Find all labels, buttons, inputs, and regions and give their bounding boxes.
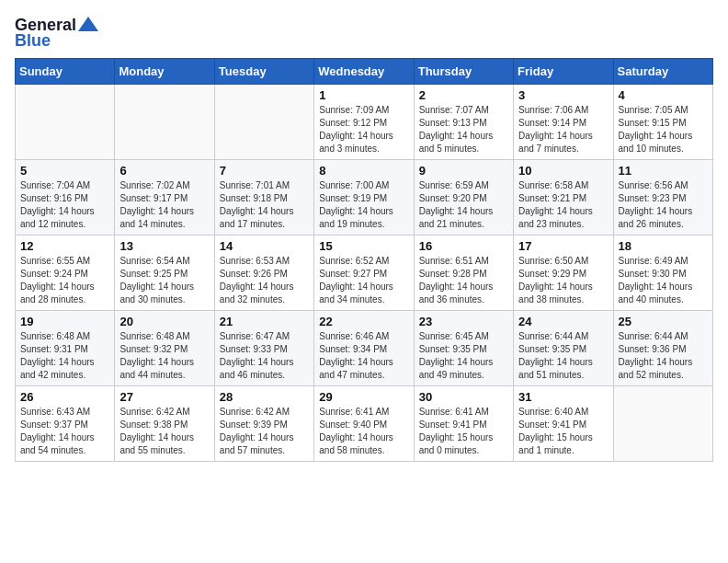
day-info: Sunrise: 6:44 AMSunset: 9:36 PMDaylight:… <box>619 330 708 382</box>
calendar-cell: 4Sunrise: 7:05 AMSunset: 9:15 PMDaylight… <box>613 85 712 160</box>
calendar-cell: 19Sunrise: 6:48 AMSunset: 9:31 PMDayligh… <box>16 311 115 386</box>
day-info: Sunrise: 6:42 AMSunset: 9:39 PMDaylight:… <box>220 406 309 457</box>
calendar-cell <box>115 85 214 160</box>
calendar-cell: 13Sunrise: 6:54 AMSunset: 9:25 PMDayligh… <box>115 236 214 311</box>
day-number: 15 <box>319 239 408 253</box>
day-number: 27 <box>119 390 209 404</box>
calendar-cell: 9Sunrise: 6:59 AMSunset: 9:20 PMDaylight… <box>414 160 513 236</box>
calendar-cell: 8Sunrise: 7:00 AMSunset: 9:19 PMDaylight… <box>314 160 414 236</box>
day-info: Sunrise: 6:42 AMSunset: 9:38 PMDaylight:… <box>119 406 209 457</box>
calendar-cell: 10Sunrise: 6:58 AMSunset: 9:21 PMDayligh… <box>514 160 613 236</box>
day-info: Sunrise: 7:01 AMSunset: 9:18 PMDaylight:… <box>220 179 309 231</box>
svg-marker-0 <box>78 17 98 31</box>
calendar-cell: 15Sunrise: 6:52 AMSunset: 9:27 PMDayligh… <box>314 236 414 311</box>
logo-triangle-icon <box>78 15 98 35</box>
calendar-cell: 3Sunrise: 7:06 AMSunset: 9:14 PMDaylight… <box>514 85 613 160</box>
calendar-cell: 17Sunrise: 6:50 AMSunset: 9:29 PMDayligh… <box>514 236 613 311</box>
calendar-cell: 23Sunrise: 6:45 AMSunset: 9:35 PMDayligh… <box>414 311 513 386</box>
day-number: 2 <box>419 88 508 102</box>
day-info: Sunrise: 6:49 AMSunset: 9:30 PMDaylight:… <box>619 255 708 306</box>
weekday-header: Thursday <box>414 59 513 85</box>
day-number: 9 <box>419 164 508 178</box>
weekday-header: Monday <box>115 59 214 85</box>
day-number: 24 <box>518 315 608 328</box>
day-info: Sunrise: 6:40 AMSunset: 9:41 PMDaylight:… <box>518 406 608 457</box>
day-info: Sunrise: 7:00 AMSunset: 9:19 PMDaylight:… <box>319 179 408 231</box>
calendar-header-row: SundayMondayTuesdayWednesdayThursdayFrid… <box>16 59 713 85</box>
day-info: Sunrise: 7:09 AMSunset: 9:12 PMDaylight:… <box>319 104 408 155</box>
day-number: 16 <box>419 239 508 253</box>
day-number: 19 <box>20 315 109 328</box>
calendar-week-row: 26Sunrise: 6:43 AMSunset: 9:37 PMDayligh… <box>16 386 713 462</box>
calendar-cell: 14Sunrise: 6:53 AMSunset: 9:26 PMDayligh… <box>214 236 313 311</box>
calendar-week-row: 1Sunrise: 7:09 AMSunset: 9:12 PMDaylight… <box>16 85 713 160</box>
calendar-cell: 7Sunrise: 7:01 AMSunset: 9:18 PMDaylight… <box>214 160 313 236</box>
day-number: 22 <box>319 315 408 328</box>
day-number: 1 <box>319 88 408 102</box>
calendar-table: SundayMondayTuesdayWednesdayThursdayFrid… <box>15 58 713 462</box>
calendar-cell: 5Sunrise: 7:04 AMSunset: 9:16 PMDaylight… <box>16 160 115 236</box>
day-info: Sunrise: 6:59 AMSunset: 9:20 PMDaylight:… <box>419 179 508 231</box>
calendar-cell: 28Sunrise: 6:42 AMSunset: 9:39 PMDayligh… <box>214 386 313 462</box>
day-number: 13 <box>119 239 209 253</box>
calendar-cell: 11Sunrise: 6:56 AMSunset: 9:23 PMDayligh… <box>613 160 712 236</box>
calendar-cell: 1Sunrise: 7:09 AMSunset: 9:12 PMDaylight… <box>314 85 414 160</box>
day-number: 8 <box>319 164 408 178</box>
day-info: Sunrise: 6:55 AMSunset: 9:24 PMDaylight:… <box>20 255 109 306</box>
day-info: Sunrise: 6:58 AMSunset: 9:21 PMDaylight:… <box>518 179 608 231</box>
calendar-cell: 18Sunrise: 6:49 AMSunset: 9:30 PMDayligh… <box>613 236 712 311</box>
day-number: 20 <box>119 315 209 328</box>
calendar-cell <box>214 85 313 160</box>
day-info: Sunrise: 6:43 AMSunset: 9:37 PMDaylight:… <box>20 406 109 457</box>
day-info: Sunrise: 6:53 AMSunset: 9:26 PMDaylight:… <box>220 255 309 306</box>
logo-container: General Blue <box>15 15 98 51</box>
day-info: Sunrise: 6:41 AMSunset: 9:41 PMDaylight:… <box>419 406 508 457</box>
calendar-cell: 12Sunrise: 6:55 AMSunset: 9:24 PMDayligh… <box>16 236 115 311</box>
calendar-cell: 27Sunrise: 6:42 AMSunset: 9:38 PMDayligh… <box>115 386 214 462</box>
weekday-header: Tuesday <box>214 59 313 85</box>
day-number: 12 <box>20 239 109 253</box>
day-number: 7 <box>220 164 309 178</box>
calendar-week-row: 12Sunrise: 6:55 AMSunset: 9:24 PMDayligh… <box>16 236 713 311</box>
logo-blue: Blue <box>15 31 51 51</box>
calendar-cell: 31Sunrise: 6:40 AMSunset: 9:41 PMDayligh… <box>514 386 613 462</box>
day-number: 5 <box>20 164 109 178</box>
day-info: Sunrise: 6:52 AMSunset: 9:27 PMDaylight:… <box>319 255 408 306</box>
day-info: Sunrise: 6:46 AMSunset: 9:34 PMDaylight:… <box>319 330 408 382</box>
page-header: General Blue <box>15 15 713 51</box>
calendar-week-row: 19Sunrise: 6:48 AMSunset: 9:31 PMDayligh… <box>16 311 713 386</box>
day-info: Sunrise: 6:56 AMSunset: 9:23 PMDaylight:… <box>619 179 708 231</box>
calendar-cell: 22Sunrise: 6:46 AMSunset: 9:34 PMDayligh… <box>314 311 414 386</box>
day-number: 28 <box>220 390 309 404</box>
day-number: 3 <box>518 88 608 102</box>
calendar-cell: 29Sunrise: 6:41 AMSunset: 9:40 PMDayligh… <box>314 386 414 462</box>
weekday-header: Sunday <box>16 59 115 85</box>
day-number: 17 <box>518 239 608 253</box>
logo: General Blue <box>15 15 98 51</box>
day-info: Sunrise: 6:47 AMSunset: 9:33 PMDaylight:… <box>220 330 309 382</box>
weekday-header: Wednesday <box>314 59 414 85</box>
calendar-cell: 16Sunrise: 6:51 AMSunset: 9:28 PMDayligh… <box>414 236 513 311</box>
day-number: 10 <box>518 164 608 178</box>
day-number: 25 <box>619 315 708 328</box>
calendar-cell: 20Sunrise: 6:48 AMSunset: 9:32 PMDayligh… <box>115 311 214 386</box>
day-info: Sunrise: 6:54 AMSunset: 9:25 PMDaylight:… <box>119 255 209 306</box>
day-info: Sunrise: 6:44 AMSunset: 9:35 PMDaylight:… <box>518 330 608 382</box>
day-number: 31 <box>518 390 608 404</box>
day-number: 21 <box>220 315 309 328</box>
day-info: Sunrise: 6:45 AMSunset: 9:35 PMDaylight:… <box>419 330 508 382</box>
calendar-cell <box>16 85 115 160</box>
day-info: Sunrise: 7:07 AMSunset: 9:13 PMDaylight:… <box>419 104 508 155</box>
day-number: 14 <box>220 239 309 253</box>
weekday-header: Friday <box>514 59 613 85</box>
calendar-cell: 30Sunrise: 6:41 AMSunset: 9:41 PMDayligh… <box>414 386 513 462</box>
day-info: Sunrise: 7:05 AMSunset: 9:15 PMDaylight:… <box>619 104 708 155</box>
day-number: 4 <box>619 88 708 102</box>
weekday-header: Saturday <box>613 59 712 85</box>
calendar-cell: 2Sunrise: 7:07 AMSunset: 9:13 PMDaylight… <box>414 85 513 160</box>
calendar-cell: 25Sunrise: 6:44 AMSunset: 9:36 PMDayligh… <box>613 311 712 386</box>
day-info: Sunrise: 7:04 AMSunset: 9:16 PMDaylight:… <box>20 179 109 231</box>
day-info: Sunrise: 6:41 AMSunset: 9:40 PMDaylight:… <box>319 406 408 457</box>
day-number: 11 <box>619 164 708 178</box>
calendar-cell: 6Sunrise: 7:02 AMSunset: 9:17 PMDaylight… <box>115 160 214 236</box>
